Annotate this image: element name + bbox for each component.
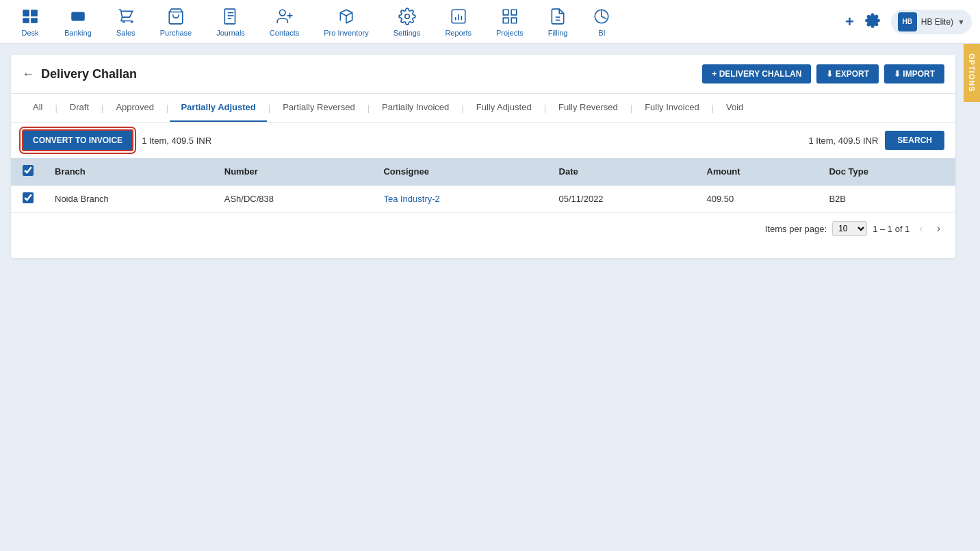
nav-label-purchase: Purchase (160, 29, 192, 37)
nav-label-desk: Desk (21, 29, 38, 37)
consignee-link[interactable]: Tea Industry-2 (383, 194, 439, 204)
row-checkbox-cell (11, 185, 45, 213)
tab-divider-6: | (544, 103, 546, 113)
nav-label-journals: Journals (216, 29, 245, 37)
chevron-down-icon: ▼ (957, 18, 965, 26)
row-amount: 409.50 (697, 185, 820, 213)
col-amount: Amount (697, 158, 820, 185)
tab-divider-0: | (55, 103, 57, 113)
delivery-challan-button[interactable]: + DELIVERY CHALLAN (702, 64, 811, 84)
tab-draft[interactable]: Draft (59, 94, 100, 122)
nav-right: + HB HB Elite) ▼ (845, 10, 972, 34)
pro-inventory-icon (337, 7, 356, 26)
nav-item-desk[interactable]: Desk (8, 0, 52, 44)
tab-divider-3: | (268, 103, 270, 113)
purchase-icon (166, 7, 185, 26)
filling-icon (548, 7, 567, 26)
tab-divider-4: | (368, 103, 370, 113)
pagination: Items per page: 10 25 50 100 1 – 1 of 1 … (11, 213, 955, 244)
tab-partially-adjusted[interactable]: Partially Adjusted (170, 94, 266, 122)
col-doc-type: Doc Type (819, 158, 955, 185)
svg-rect-0 (23, 10, 29, 16)
import-button[interactable]: ⬇ IMPORT (884, 64, 944, 84)
tab-void[interactable]: Void (715, 94, 754, 122)
page-card: ← Delivery Challan + DELIVERY CHALLAN ⬇ … (11, 55, 955, 258)
nav-item-projects[interactable]: Projects (484, 0, 536, 44)
page-title: Delivery Challan (41, 67, 137, 81)
nav-label-settings: Settings (394, 29, 421, 37)
nav-item-pro-inventory[interactable]: Pro Inventory (311, 0, 381, 44)
nav-label-projects: Projects (496, 29, 524, 37)
banking-icon (68, 7, 88, 26)
nav-item-filling[interactable]: Filling (536, 0, 580, 44)
nav-label-bi: BI (598, 29, 605, 37)
desk-icon (21, 7, 40, 26)
header-actions: + DELIVERY CHALLAN ⬇ EXPORT ⬇ IMPORT (702, 64, 944, 84)
top-navigation: Desk Banking Sales Purchase Journals (0, 0, 980, 44)
tab-fully-invoiced[interactable]: Fully Invoiced (634, 94, 710, 122)
select-all-checkbox[interactable] (23, 165, 34, 176)
row-doc-type: B2B (819, 185, 955, 213)
svg-rect-4 (224, 9, 235, 24)
tab-partially-reversed[interactable]: Partially Reversed (272, 94, 366, 122)
pagination-prev-icon[interactable]: ‹ (915, 221, 927, 236)
reports-icon (449, 7, 468, 26)
settings-icon (398, 7, 417, 26)
col-checkbox (11, 158, 45, 185)
nav-item-settings[interactable]: Settings (381, 0, 433, 44)
journals-icon (221, 7, 240, 26)
nav-item-banking[interactable]: Banking (52, 0, 104, 44)
nav-item-reports[interactable]: Reports (433, 0, 484, 44)
nav-label-filling: Filling (548, 29, 568, 37)
items-per-page-select[interactable]: 10 25 50 100 (832, 221, 867, 236)
nav-item-purchase[interactable]: Purchase (148, 0, 204, 44)
pagination-next-icon[interactable]: › (933, 221, 944, 236)
back-arrow-icon[interactable]: ← (22, 67, 34, 81)
convert-button-label: CONVERT TO INVOICE (33, 136, 122, 145)
svg-rect-3 (31, 18, 38, 23)
row-checkbox[interactable] (23, 192, 34, 203)
export-button-label: ⬇ EXPORT (826, 69, 869, 79)
svg-point-8 (279, 10, 285, 16)
options-tab[interactable]: OPTIONS (964, 44, 980, 102)
svg-point-9 (404, 14, 409, 18)
user-name: HB Elite) (921, 17, 953, 27)
row-consignee[interactable]: Tea Industry-2 (374, 185, 549, 213)
nav-label-banking: Banking (64, 29, 92, 37)
nav-items: Desk Banking Sales Purchase Journals (8, 0, 845, 44)
search-button[interactable]: SEARCH (885, 131, 944, 150)
tab-fully-reversed[interactable]: Fully Reversed (547, 94, 629, 122)
data-table: Branch Number Consignee Date Amount Doc … (11, 158, 955, 213)
col-number: Number (215, 158, 374, 185)
tab-divider-7: | (630, 103, 632, 113)
export-button[interactable]: ⬇ EXPORT (816, 64, 879, 84)
svg-rect-2 (23, 18, 29, 23)
nav-label-contacts: Contacts (270, 29, 299, 37)
result-count: 1 Item, 409.5 INR (808, 136, 878, 146)
nav-label-reports: Reports (445, 29, 472, 37)
sales-icon (116, 7, 136, 26)
table-row: Noida Branch ASh/DC/838 Tea Industry-2 0… (11, 185, 955, 213)
main-content: OPTIONS ← Delivery Challan + DELIVERY CH… (0, 44, 980, 269)
nav-item-journals[interactable]: Journals (204, 0, 257, 44)
import-button-label: ⬇ IMPORT (894, 69, 935, 79)
nav-item-contacts[interactable]: Contacts (257, 0, 311, 44)
page-title-group: ← Delivery Challan (22, 67, 702, 81)
user-menu[interactable]: HB HB Elite) ▼ (891, 10, 972, 34)
tab-bar: All | Draft | Approved | Partially Adjus… (11, 94, 955, 123)
settings-gear-icon[interactable] (865, 13, 880, 30)
tab-approved[interactable]: Approved (105, 94, 165, 122)
col-consignee: Consignee (374, 158, 549, 185)
svg-rect-1 (31, 10, 38, 16)
tab-partially-invoiced[interactable]: Partially Invoiced (371, 94, 460, 122)
add-button[interactable]: + (845, 13, 854, 31)
tab-fully-adjusted[interactable]: Fully Adjusted (465, 94, 543, 122)
row-date: 05/11/2022 (550, 185, 697, 213)
pagination-range: 1 – 1 of 1 (873, 224, 910, 234)
nav-item-sales[interactable]: Sales (104, 0, 148, 44)
tab-all[interactable]: All (22, 94, 53, 122)
col-branch: Branch (45, 158, 215, 185)
nav-item-bi[interactable]: BI (580, 0, 623, 44)
tab-divider-8: | (712, 103, 714, 113)
convert-to-invoice-button[interactable]: CONVERT TO INVOICE (22, 129, 133, 151)
